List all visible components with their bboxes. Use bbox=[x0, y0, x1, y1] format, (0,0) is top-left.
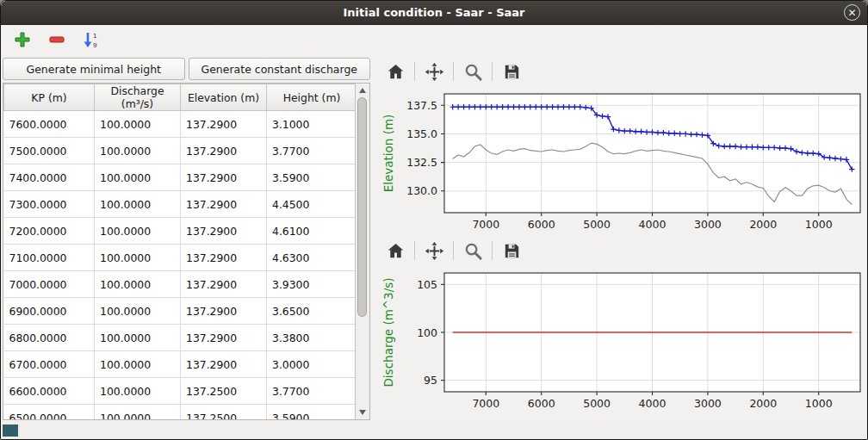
table-cell[interactable]: 7200.0000 bbox=[4, 218, 95, 245]
table-scrollbar[interactable] bbox=[355, 84, 369, 419]
column-header-elevation[interactable]: Elevation (m) bbox=[181, 84, 267, 111]
table-cell[interactable]: 3.3800 bbox=[267, 325, 357, 351]
table-row[interactable]: 6500.0000100.0000137.25003.5900 bbox=[4, 405, 357, 421]
table-cell[interactable]: 100.0000 bbox=[95, 164, 181, 191]
table-cell[interactable]: 4.6300 bbox=[267, 245, 357, 271]
table-cell[interactable]: 100.0000 bbox=[95, 378, 181, 405]
home-button[interactable] bbox=[382, 59, 408, 84]
table-cell[interactable]: 3.0000 bbox=[267, 351, 357, 378]
home-icon bbox=[386, 62, 406, 82]
generate-minimal-height-button[interactable]: Generate minimal height bbox=[3, 58, 185, 80]
table-cell[interactable]: 137.2500 bbox=[181, 378, 267, 405]
svg-text:132.5: 132.5 bbox=[406, 156, 437, 169]
column-header-discharge[interactable]: Discharge (m³/s) bbox=[95, 84, 181, 111]
window: Initial condition - Saar - Saar ✕ 1 9 bbox=[0, 0, 868, 440]
table-cell[interactable]: 100.0000 bbox=[95, 245, 181, 271]
table-cell[interactable]: 4.4500 bbox=[267, 191, 357, 218]
table-cell[interactable]: 137.2900 bbox=[181, 138, 267, 164]
table-cell[interactable]: 100.0000 bbox=[95, 138, 181, 164]
table-row[interactable]: 7300.0000100.0000137.29004.4500 bbox=[4, 191, 357, 218]
column-header-height[interactable]: Height (m) bbox=[267, 84, 357, 111]
table-cell[interactable]: 4.6100 bbox=[267, 218, 357, 245]
table-cell[interactable]: 3.5900 bbox=[267, 405, 357, 421]
scroll-down-icon[interactable] bbox=[359, 410, 366, 415]
table-cell[interactable]: 137.2900 bbox=[181, 271, 267, 298]
table-row[interactable]: 6700.0000100.0000137.29003.0000 bbox=[4, 351, 357, 378]
home-button[interactable] bbox=[382, 239, 408, 263]
svg-text:130.0: 130.0 bbox=[406, 184, 437, 197]
close-icon: ✕ bbox=[847, 7, 856, 19]
table-cell[interactable]: 100.0000 bbox=[95, 111, 181, 138]
close-button[interactable]: ✕ bbox=[844, 4, 860, 21]
table-cell[interactable]: 7600.0000 bbox=[4, 111, 95, 138]
table-cell[interactable]: 3.9300 bbox=[267, 271, 357, 298]
table-row[interactable]: 7200.0000100.0000137.29004.6100 bbox=[4, 218, 357, 245]
table-cell[interactable]: 137.2900 bbox=[181, 111, 267, 138]
toolbar-separator bbox=[453, 241, 454, 260]
pan-button[interactable] bbox=[421, 239, 447, 263]
elevation-plot[interactable]: 7000600050004000300020001000137.5135.013… bbox=[379, 87, 864, 235]
table-cell[interactable]: 7300.0000 bbox=[4, 191, 95, 218]
table-row[interactable]: 6600.0000100.0000137.25003.7700 bbox=[4, 378, 357, 405]
save-icon bbox=[502, 62, 522, 82]
table-row[interactable]: 6900.0000100.0000137.29003.6500 bbox=[4, 298, 357, 325]
table-cell[interactable]: 6700.0000 bbox=[4, 351, 95, 378]
sort-descending-icon: 1 9 bbox=[82, 30, 101, 49]
remove-row-button[interactable] bbox=[46, 28, 68, 51]
svg-text:100: 100 bbox=[417, 326, 437, 339]
pan-button[interactable] bbox=[421, 59, 447, 84]
table-cell[interactable]: 7400.0000 bbox=[4, 164, 95, 191]
discharge-plot[interactable]: 700060005000400030002000100010510095Disc… bbox=[379, 266, 864, 414]
table-cell[interactable]: 137.2900 bbox=[181, 164, 267, 191]
table-cell[interactable]: 7500.0000 bbox=[4, 138, 95, 164]
table-cell[interactable]: 100.0000 bbox=[95, 405, 181, 421]
column-header-kp[interactable]: KP (m) bbox=[4, 84, 95, 111]
save-figure-button[interactable] bbox=[499, 239, 524, 263]
table-row[interactable]: 7600.0000100.0000137.29003.1000 bbox=[4, 111, 357, 138]
add-row-button[interactable] bbox=[11, 28, 34, 51]
generate-constant-discharge-button[interactable]: Generate constant discharge bbox=[189, 58, 371, 80]
svg-text:2000: 2000 bbox=[749, 397, 777, 410]
table-cell[interactable]: 6900.0000 bbox=[4, 298, 95, 325]
table-cell[interactable]: 100.0000 bbox=[95, 325, 181, 351]
scrollbar-thumb[interactable] bbox=[357, 97, 367, 317]
table-cell[interactable]: 137.2900 bbox=[181, 298, 267, 325]
statusbar bbox=[1, 422, 867, 439]
table-row[interactable]: 6800.0000100.0000137.29003.3800 bbox=[4, 325, 357, 351]
toolbar-separator bbox=[414, 62, 415, 81]
table-cell[interactable]: 137.2900 bbox=[181, 325, 267, 351]
table-cell[interactable]: 3.7700 bbox=[267, 138, 357, 164]
table-cell[interactable]: 100.0000 bbox=[95, 298, 181, 325]
save-figure-button[interactable] bbox=[499, 59, 524, 84]
table-cell[interactable]: 100.0000 bbox=[95, 218, 181, 245]
scroll-up-icon[interactable] bbox=[359, 88, 366, 93]
svg-text:137.5: 137.5 bbox=[406, 99, 437, 112]
table-cell[interactable]: 3.5900 bbox=[267, 164, 357, 191]
table-row[interactable]: 7500.0000100.0000137.29003.7700 bbox=[4, 138, 357, 164]
table-cell[interactable]: 137.2500 bbox=[181, 405, 267, 421]
sort-button[interactable]: 1 9 bbox=[80, 28, 102, 51]
table-cell[interactable]: 100.0000 bbox=[95, 271, 181, 298]
table-cell[interactable]: 137.2900 bbox=[181, 191, 267, 218]
zoom-button[interactable] bbox=[460, 239, 486, 263]
table-cell[interactable]: 137.2900 bbox=[181, 218, 267, 245]
table-cell[interactable]: 100.0000 bbox=[95, 191, 181, 218]
table-cell[interactable]: 3.1000 bbox=[267, 111, 357, 138]
table-cell[interactable]: 6800.0000 bbox=[4, 325, 95, 351]
table-cell[interactable]: 3.6500 bbox=[267, 298, 357, 325]
table-cell[interactable]: 6500.0000 bbox=[4, 405, 95, 421]
table-row[interactable]: 7400.0000100.0000137.29003.5900 bbox=[4, 164, 357, 191]
table-row[interactable]: 7100.0000100.0000137.29004.6300 bbox=[4, 245, 357, 271]
table-cell[interactable]: 137.2900 bbox=[181, 245, 267, 271]
table-cell[interactable]: 3.7700 bbox=[267, 378, 357, 405]
table-cell[interactable]: 100.0000 bbox=[95, 351, 181, 378]
table-cell[interactable]: 7100.0000 bbox=[4, 245, 95, 271]
table-cell[interactable]: 137.2900 bbox=[181, 351, 267, 378]
table-cell[interactable]: 7000.0000 bbox=[4, 271, 95, 298]
left-panel: Generate minimal height Generate constan… bbox=[1, 54, 372, 422]
table-row[interactable]: 7000.0000100.0000137.29003.9300 bbox=[4, 271, 357, 298]
svg-text:4000: 4000 bbox=[639, 397, 666, 410]
zoom-button[interactable] bbox=[460, 59, 486, 84]
table-cell[interactable]: 6600.0000 bbox=[4, 378, 95, 405]
status-grip[interactable] bbox=[3, 425, 18, 437]
